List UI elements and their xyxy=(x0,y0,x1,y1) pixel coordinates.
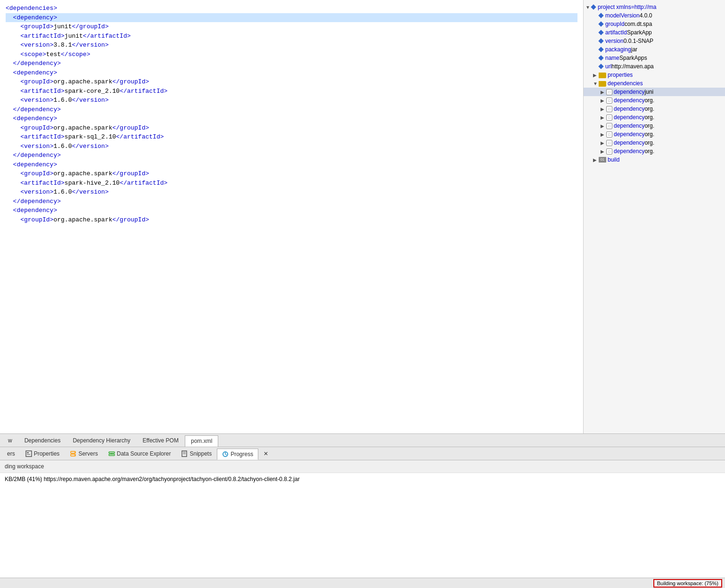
tree-key: dependency xyxy=(614,148,644,155)
editor-tab[interactable]: Effective POM xyxy=(136,435,184,446)
tree-panel: ▼project xmlns=http://mamodelVersion 4.0… xyxy=(584,0,725,433)
tree-key: dependency xyxy=(614,131,644,138)
tab-label: ers xyxy=(7,450,15,457)
tree-item[interactable]: ▼project xmlns=http://ma xyxy=(584,3,725,11)
tree-item[interactable]: ▶01build xyxy=(584,155,725,164)
bottom-tab-close[interactable]: ✕ xyxy=(258,448,273,459)
tree-item[interactable]: ▶□dependency org. xyxy=(584,130,725,139)
datasource-icon xyxy=(108,450,115,457)
tree-key: artifactId xyxy=(605,29,627,36)
tree-item[interactable]: ▶□dependency org. xyxy=(584,113,725,122)
bottom-tab-props[interactable]: Properties xyxy=(20,448,65,459)
tree-item[interactable]: version 0.0.1-SNAP xyxy=(584,37,725,45)
tab-label: Snippets xyxy=(189,450,212,457)
tree-key: dependency xyxy=(614,89,644,95)
tree-item[interactable]: ▶□dependency org. xyxy=(584,147,725,155)
bottom-tab-progress[interactable]: Progress xyxy=(217,449,258,460)
svg-rect-2 xyxy=(27,454,30,455)
bottom-panel: ersPropertiesServersData Source Explorer… xyxy=(0,447,725,588)
tree-item[interactable]: url http://maven.apa xyxy=(584,62,725,71)
progress-text: KB/2MB (41%) https://repo.maven.apache.o… xyxy=(0,473,725,485)
svg-rect-0 xyxy=(26,451,32,457)
svg-rect-1 xyxy=(27,452,29,453)
code-line: <scope>test</scope> xyxy=(6,50,577,59)
tree-key: url xyxy=(605,63,611,70)
code-line: <artifactId>junit</artifactId> xyxy=(6,32,577,41)
tree-item[interactable]: ▶□dependency juni xyxy=(584,88,725,96)
tree-val: SparkApp xyxy=(627,29,652,36)
tree-key: dependency xyxy=(614,114,644,121)
snippets-icon xyxy=(181,450,188,457)
editor-tab[interactable]: Dependencies xyxy=(18,435,67,446)
progress-header: ding workspace xyxy=(0,460,725,473)
code-line: </dependency> xyxy=(6,59,577,68)
code-line: <version>1.6.0</version> xyxy=(6,188,577,197)
tree-item[interactable]: ▶□dependency org. xyxy=(584,122,725,130)
code-line: <dependency> xyxy=(6,206,577,215)
bottom-tab-plug[interactable]: ers xyxy=(2,448,20,459)
bottom-tabs: ersPropertiesServersData Source Explorer… xyxy=(0,447,725,460)
tree-key: modelVersion xyxy=(605,12,640,19)
tree-val: http://maven.apa xyxy=(611,63,653,70)
tree-item[interactable]: packaging jar xyxy=(584,45,725,54)
main-container: <dependencies> <dependency> <groupId>jun… xyxy=(0,0,725,588)
tree-key: packaging xyxy=(605,46,631,53)
bottom-tab-server[interactable]: Servers xyxy=(65,448,103,459)
bottom-tab-snippets[interactable]: Snippets xyxy=(176,448,217,459)
svg-rect-8 xyxy=(109,454,115,456)
svg-rect-7 xyxy=(109,452,115,453)
code-line: </dependency> xyxy=(6,151,577,160)
code-line: <groupId>org.apache.spark</groupId> xyxy=(6,215,577,225)
code-line: <dependency> xyxy=(6,160,577,170)
tree-key: build xyxy=(608,156,619,163)
tree-val: org. xyxy=(644,97,654,104)
code-line: <artifactId>spark-core_2.10</artifactId> xyxy=(6,87,577,96)
tree-item[interactable]: ▶properties xyxy=(584,71,725,79)
tree-key: dependency xyxy=(614,106,644,112)
tree-key: dependency xyxy=(614,122,644,129)
code-line: <artifactId>spark-sql_2.10</artifactId> xyxy=(6,132,577,142)
code-line: <groupId>junit</groupId> xyxy=(6,22,577,32)
tab-label: Properties xyxy=(34,450,60,457)
code-line: <version>1.6.0</version> xyxy=(6,142,577,151)
tree-item[interactable]: ▶□dependency org. xyxy=(584,105,725,113)
tree-val: com.dt.spa xyxy=(625,21,652,27)
tree-key: properties xyxy=(608,72,633,78)
editor-tabs: wDependenciesDependency HierarchyEffecti… xyxy=(0,433,725,447)
code-content[interactable]: <dependencies> <dependency> <groupId>jun… xyxy=(0,0,583,433)
tree-item[interactable]: ▼dependencies xyxy=(584,79,725,88)
tree-key: dependencies xyxy=(608,80,643,87)
code-line: <groupId>org.apache.spark</groupId> xyxy=(6,77,577,87)
tree-item[interactable]: name SparkApps xyxy=(584,54,725,62)
tab-label: Data Source Explorer xyxy=(117,450,171,457)
code-line: <groupId>org.apache.spark</groupId> xyxy=(6,123,577,133)
tree-item[interactable]: ▶□dependency org. xyxy=(584,139,725,147)
editor-tab[interactable]: Dependency Hierarchy xyxy=(66,435,136,446)
tree-item[interactable]: modelVersion 4.0.0 xyxy=(584,11,725,20)
code-panel: <dependencies> <dependency> <groupId>jun… xyxy=(0,0,584,433)
tree-key: groupId xyxy=(605,21,625,27)
tree-item[interactable]: ▶□dependency org. xyxy=(584,96,725,105)
editor-tab[interactable]: pom.xml xyxy=(185,435,218,447)
code-line: <dependencies> xyxy=(6,4,577,13)
tree-val: org. xyxy=(644,122,654,129)
tree-val: 4.0.0 xyxy=(640,12,652,19)
tree-key: dependency xyxy=(614,139,644,146)
progress-icon xyxy=(222,451,229,457)
svg-point-6 xyxy=(74,455,75,456)
bottom-tab-datasource[interactable]: Data Source Explorer xyxy=(103,448,176,459)
tree-val: 0.0.1-SNAP xyxy=(624,38,653,44)
tree-val: jar xyxy=(631,46,637,53)
tab-label: ✕ xyxy=(264,450,268,457)
tree-item[interactable]: groupId com.dt.spa xyxy=(584,20,725,28)
tree-item[interactable]: artifactId SparkApp xyxy=(584,28,725,37)
editor-tab[interactable]: w xyxy=(2,435,18,446)
tree-val: juni xyxy=(644,89,653,95)
tree-val: org. xyxy=(644,114,654,121)
code-line: </dependency> xyxy=(6,105,577,114)
server-icon xyxy=(70,450,76,457)
tree-val: org. xyxy=(644,139,654,146)
tree-val: org. xyxy=(644,106,654,112)
svg-line-15 xyxy=(225,454,227,455)
tab-label: Progress xyxy=(231,451,253,457)
